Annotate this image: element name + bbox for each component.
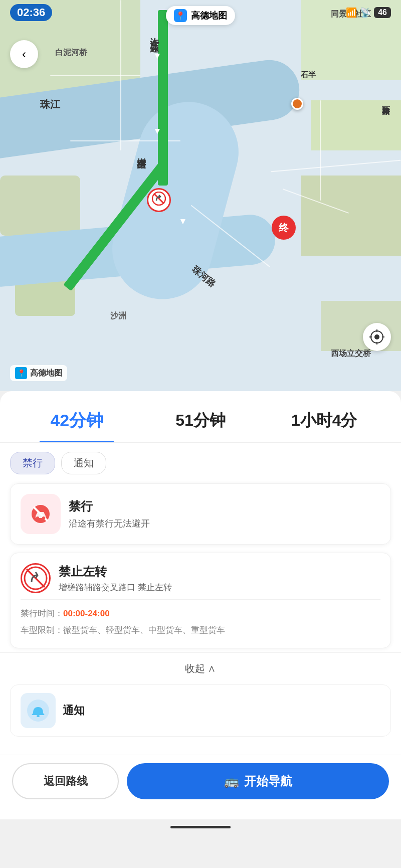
location-icon [369,329,384,344]
signal-icon: 📶 [346,7,357,18]
route-tab-time-2: 1小时4分 [262,410,386,432]
battery-indicator: 46 [374,7,391,18]
map-label-xichang-bridge: 西场立交桥 [331,349,371,359]
map-area[interactable]: ▾ ▾ ▾ 终 许广高速 珠江 增槎路 白泥河桥 同景苑社区 西棱路 珠河路 西… [0,0,401,391]
action-bar: 返回路线 🚌 开始导航 [0,755,401,819]
map-road [320,100,321,201]
map-poi-dot [291,98,303,110]
return-route-button[interactable]: 返回路线 [12,763,119,799]
svg-point-2 [374,334,379,339]
no-car-icon [28,501,54,527]
collapse-button[interactable]: 收起 ∧ [0,652,401,684]
back-icon: ‹ [22,47,26,61]
route-arrow-2: ▾ [155,125,159,136]
filter-tab-notification[interactable]: 通知 [61,452,106,474]
route-tabs: 42分钟 51分钟 1小时4分 [0,391,401,443]
location-button[interactable] [363,323,391,351]
gaode-logo-label: 高德地图 [30,368,62,379]
map-label-shazhou: 沙洲 [110,311,126,321]
map-label-bainihe: 白泥河桥 [55,48,87,58]
map-road [50,75,140,76]
gaode-logo: 📍 高德地图 [10,365,67,381]
route-arrow-3: ▾ [180,216,185,227]
notification-list: 禁行 沿途有禁行无法避开 禁止左转 增槎路辅路交叉路口 禁止 [0,474,401,648]
time-value: 00:00-24:00 [63,609,110,618]
bottom-panel: 42分钟 51分钟 1小时4分 禁行 通知 [0,391,401,755]
svg-rect-16 [37,715,40,717]
detail-info: 禁行时间：00:00-24:00 车型限制：微型货车、轻型货车、中型货车、重型货… [11,600,390,648]
route-tab-time-1: 51分钟 [139,410,263,432]
map-label-xuguang: 许广高速 [148,30,160,38]
filter-tabs: 禁行 通知 [0,443,401,474]
start-navigation-button[interactable]: 🚌 开始导航 [127,763,389,799]
map-label-zengluo: 增槎路 [135,150,147,153]
restriction-text: 禁行 沿途有禁行无法避开 [69,498,150,530]
restriction-title: 禁行 [69,498,150,514]
home-indicator [0,819,401,834]
navigate-icon: 🚌 [224,774,239,788]
route-tab-1[interactable]: 51分钟 [139,402,263,442]
wifi-icon: 📡 [360,7,371,18]
route-tab-2[interactable]: 1小时4分 [262,402,386,442]
back-button[interactable]: ‹ [10,40,38,68]
navigate-label: 开始导航 [244,773,292,789]
partial-notification: 通知 [10,684,391,737]
restriction-desc: 沿途有禁行无法避开 [69,517,150,530]
svg-point-11 [36,516,39,519]
left-turn-subtitle: 增槎路辅路交叉路口 禁止左转 [59,582,172,593]
status-right: 📶 📡 46 [346,7,391,18]
no-left-turn-icon [21,563,51,593]
route-arrow-1: ▾ [155,50,159,61]
left-turn-title: 禁止左转 [59,564,172,580]
detail-text: 禁止左转 增槎路辅路交叉路口 禁止左转 [59,564,172,593]
restriction-icon-box [21,494,61,534]
destination-marker: 终 [272,216,296,240]
vehicle-limit-row: 车型限制：微型货车、轻型货车、中型货车、重型货车 [21,623,380,637]
detail-card-header: 禁止左转 增槎路辅路交叉路口 禁止左转 [11,553,390,599]
route-tab-0[interactable]: 42分钟 [15,401,139,442]
filter-tab-restriction[interactable]: 禁行 [10,452,55,474]
home-bar [170,826,231,828]
map-land [311,100,401,150]
svg-point-12 [42,516,45,519]
map-label-zhujiang: 珠江 [40,98,60,111]
status-time: 02:36 [10,4,52,21]
left-turn-detail-card: 禁止左转 增槎路辅路交叉路口 禁止左转 禁行时间：00:00-24:00 车型限… [10,553,391,648]
status-bar: 02:36 📶 📡 46 [0,0,401,25]
gaode-logo-icon: 📍 [15,367,27,379]
spacer [0,737,401,745]
map-land [0,176,80,236]
map-label-shiban: 石半 [301,70,316,80]
partial-notif-title: 通知 [63,703,85,718]
route-tab-time-0: 42分钟 [15,409,139,432]
turn-restriction-icon [147,188,171,212]
restriction-time-row: 禁行时间：00:00-24:00 [21,607,380,620]
restriction-card-main: 禁行 沿途有禁行无法避开 [21,494,380,534]
partial-notif-icon [21,693,56,728]
time-label: 禁行时间： [21,609,63,618]
restriction-card: 禁行 沿途有禁行无法避开 [10,483,391,545]
map-land [301,176,401,256]
